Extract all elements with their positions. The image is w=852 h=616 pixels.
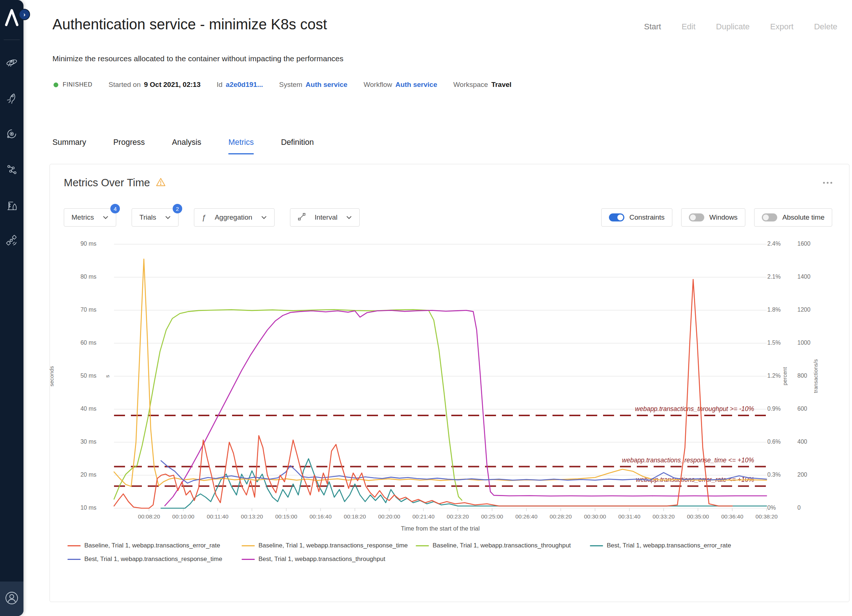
user-avatar-icon[interactable] [4, 590, 20, 608]
chevron-down-icon [103, 216, 109, 219]
left-axis-tick: 50 ms [50, 373, 97, 379]
orbit-icon[interactable] [6, 128, 18, 140]
series-line [114, 259, 767, 486]
metrics-chart-svg[interactable]: webapp.transactions_throughput >= -10%we… [114, 244, 767, 508]
chart-legend: Baseline, Trial 1, webapp.transactions_e… [68, 542, 764, 563]
export-button[interactable]: Export [770, 22, 794, 32]
legend-label: Best, Trial 1, webapp.transactions_error… [607, 542, 731, 549]
page: › Authentication service - minimize K8s … [0, 0, 852, 616]
rocket-planet-icon[interactable] [6, 56, 18, 68]
tps-axis-tick: 200 [798, 471, 827, 478]
id-label: Id [217, 81, 222, 89]
percent-axis-tick: 1.8% [767, 306, 797, 313]
legend-swatch [590, 545, 603, 547]
legend-swatch [68, 545, 81, 547]
left-axis-tick: 70 ms [50, 306, 97, 313]
sidebar-divider [4, 39, 20, 40]
sidebar [0, 0, 23, 616]
legend-swatch [416, 545, 429, 547]
edit-button[interactable]: Edit [681, 22, 695, 32]
study-description: Minimize the resources allocated to the … [53, 54, 343, 63]
percent-axis-tick: 0.3% [767, 471, 797, 478]
windows-toggle[interactable]: Windows [681, 208, 745, 226]
page-title: Authentication service - minimize K8s co… [53, 16, 327, 33]
launchpad-icon[interactable] [6, 199, 18, 212]
rocket-icon[interactable] [6, 92, 18, 104]
trials-filter-button[interactable]: Trials 2 [131, 208, 178, 226]
left-axis-tick: 30 ms [50, 439, 97, 445]
interval-filter-label: Interval [314, 213, 337, 222]
duplicate-button[interactable]: Duplicate [716, 22, 750, 32]
tps-axis-tick: 0 [798, 504, 827, 511]
tab-progress[interactable]: Progress [113, 138, 145, 154]
legend-label: Best, Trial 1, webapp.transactions_respo… [84, 556, 222, 563]
started-label: Started on [109, 81, 141, 89]
x-axis-tick: 00:38:20 [743, 513, 790, 520]
legend-label: Baseline, Trial 1, webapp.transactions_e… [84, 542, 220, 549]
left-axis-unit: s [104, 244, 110, 508]
constraints-toggle[interactable]: Constraints [601, 208, 672, 226]
absolute-time-toggle-label: Absolute time [783, 213, 825, 222]
chevron-down-icon [165, 216, 171, 219]
more-options-icon[interactable] [823, 182, 832, 184]
tps-axis-tick: 600 [798, 406, 827, 412]
constraint-label: webapp.transactions_throughput >= -10% [635, 405, 754, 412]
sidebar-expand-button[interactable]: › [19, 9, 30, 20]
percent-axis-tick: 0% [767, 504, 797, 511]
windows-toggle-label: Windows [709, 213, 738, 222]
legend-item[interactable]: Best, Trial 1, webapp.transactions_error… [590, 542, 764, 549]
aggregation-filter-button[interactable]: ƒ Aggregation [194, 208, 275, 226]
left-axis-tick: 40 ms [50, 406, 97, 412]
akamas-logo-icon[interactable] [3, 6, 21, 29]
legend-item[interactable]: Baseline, Trial 1, webapp.transactions_e… [68, 542, 242, 549]
system-link[interactable]: Auth service [306, 81, 347, 89]
toggle-switch-on [609, 213, 624, 222]
interval-filter-button[interactable]: Interval [290, 208, 360, 226]
left-axis-tick: 90 ms [50, 240, 97, 247]
network-icon[interactable] [6, 163, 18, 176]
legend-item[interactable]: Best, Trial 1, webapp.transactions_respo… [68, 556, 242, 563]
workspace-label: Workspace [453, 81, 488, 89]
legend-label: Best, Trial 1, webapp.transactions_throu… [258, 556, 385, 563]
delete-button[interactable]: Delete [814, 22, 837, 32]
tps-axis-tick: 400 [798, 439, 827, 445]
workflow-link[interactable]: Auth service [395, 81, 437, 89]
trials-count-badge: 2 [173, 204, 182, 213]
toggle-switch-off [762, 213, 777, 222]
toggle-switch-off [689, 213, 704, 222]
tps-axis-tick: 800 [798, 373, 827, 379]
sidebar-footer [0, 581, 23, 616]
constraint-label: webapp.transactions_response_time <= +10… [622, 456, 754, 464]
absolute-time-toggle[interactable]: Absolute time [754, 208, 832, 226]
satellite-icon[interactable] [6, 235, 18, 247]
status-dot [53, 83, 58, 87]
start-button[interactable]: Start [644, 22, 661, 32]
workflow-label: Workflow [364, 81, 392, 89]
tps-axis-tick: 1000 [798, 340, 827, 346]
left-axis-tick: 20 ms [50, 471, 97, 478]
x-axis-title: Time from the start of the trial [114, 525, 767, 532]
metrics-filter-label: Metrics [71, 213, 94, 222]
tab-summary[interactable]: Summary [53, 138, 86, 154]
metrics-count-badge: 4 [110, 204, 120, 213]
left-axis-tick: 60 ms [50, 340, 97, 346]
panel-title: Metrics Over Time [64, 177, 150, 189]
started-value: 9 Oct 2021, 02:13 [144, 81, 201, 89]
tps-axis-tick: 1600 [798, 240, 827, 247]
tab-definition[interactable]: Definition [281, 138, 314, 154]
legend-item[interactable]: Baseline, Trial 1, webapp.transactions_r… [242, 542, 416, 549]
trials-filter-label: Trials [139, 213, 156, 222]
system-label: System [279, 81, 302, 89]
tab-metrics[interactable]: Metrics [228, 138, 254, 154]
tab-analysis[interactable]: Analysis [172, 138, 201, 154]
warning-triangle-icon[interactable] [156, 177, 166, 188]
legend-item[interactable]: Best, Trial 1, webapp.transactions_throu… [242, 556, 416, 563]
legend-item[interactable]: Baseline, Trial 1, webapp.transactions_t… [416, 542, 590, 549]
id-link[interactable]: a2e0d191... [226, 81, 263, 89]
legend-swatch [68, 559, 81, 560]
chevron-down-icon [261, 216, 267, 219]
metrics-filter-button[interactable]: Metrics 4 [64, 208, 116, 226]
metrics-over-time-panel: Metrics Over Time Metrics 4 Trials 2 ƒ A [50, 164, 849, 602]
percent-axis-tick: 2.1% [767, 273, 797, 280]
tab-bar: Summary Progress Analysis Metrics Defini… [53, 138, 314, 154]
